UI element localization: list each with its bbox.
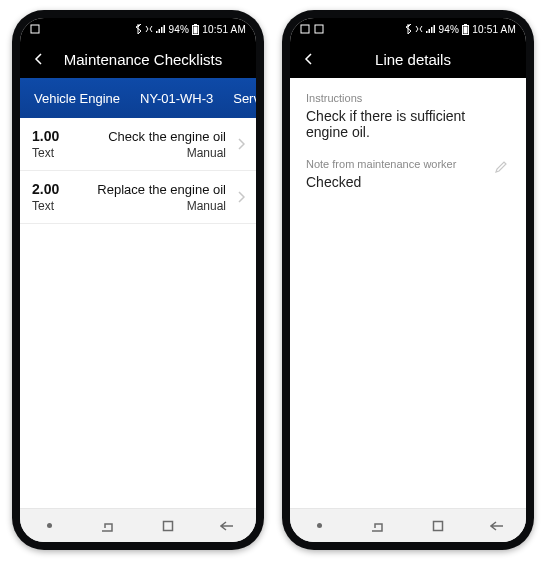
svg-rect-8	[163, 521, 172, 530]
battery-icon	[192, 24, 199, 35]
notification-icon	[314, 24, 324, 34]
svg-rect-0	[31, 25, 39, 33]
note-value: Checked	[306, 174, 486, 190]
bluetooth-icon	[135, 24, 142, 34]
signal-icon	[426, 25, 436, 33]
checklist-list: 1.00 Text Check the engine oil Manual 2.…	[20, 118, 256, 508]
notification-icon	[30, 24, 40, 34]
note-field[interactable]: Note from maintenance worker Checked	[306, 158, 510, 190]
nav-back-button[interactable]	[212, 515, 242, 537]
notification-icon	[300, 24, 310, 34]
instructions-label: Instructions	[306, 92, 510, 104]
nav-menu-dot[interactable]	[305, 515, 335, 537]
tab-service[interactable]: Service	[223, 78, 256, 118]
clock: 10:51 AM	[472, 24, 516, 35]
svg-rect-1	[156, 31, 158, 33]
android-nav-bar	[290, 508, 526, 542]
battery-icon	[462, 24, 469, 35]
svg-rect-11	[426, 31, 428, 33]
app-header: Line details	[290, 40, 526, 78]
instructions-field: Instructions Check if there is sufficien…	[306, 92, 510, 140]
chevron-right-icon	[234, 138, 248, 150]
battery-pct: 94%	[169, 24, 190, 35]
line-details-body: Instructions Check if there is sufficien…	[290, 78, 526, 508]
phone-right: 94% 10:51 AM Line details Instructions C…	[282, 10, 534, 550]
nav-back-button[interactable]	[482, 515, 512, 537]
tab-vehicle-engine[interactable]: Vehicle Engine	[24, 78, 130, 118]
nav-recent-button[interactable]	[94, 515, 124, 537]
status-bar: 94% 10:51 AM	[20, 18, 256, 40]
row-title: Replace the engine oil	[67, 182, 226, 197]
svg-rect-9	[301, 25, 309, 33]
svg-rect-18	[433, 521, 442, 530]
phone-left: 94% 10:51 AM Maintenance Checklists Vehi…	[12, 10, 264, 550]
status-bar: 94% 10:51 AM	[290, 18, 526, 40]
note-label: Note from maintenance worker	[306, 158, 486, 170]
svg-rect-17	[464, 26, 468, 33]
svg-rect-10	[315, 25, 323, 33]
nav-home-button[interactable]	[423, 515, 453, 537]
row-title: Check the engine oil	[67, 129, 226, 144]
page-title: Line details	[308, 51, 518, 68]
signal-icon	[156, 25, 166, 33]
svg-rect-4	[163, 25, 165, 33]
svg-rect-12	[428, 29, 430, 33]
row-number: 1.00	[32, 128, 59, 144]
instructions-value: Check if there is sufficient engine oil.	[306, 108, 510, 140]
nav-menu-dot[interactable]	[35, 515, 65, 537]
svg-rect-3	[161, 27, 163, 33]
bluetooth-icon	[405, 24, 412, 34]
tab-asset-id[interactable]: NY-01-WH-3	[130, 78, 223, 118]
android-nav-bar	[20, 508, 256, 542]
svg-rect-7	[194, 26, 198, 33]
svg-rect-13	[431, 27, 433, 33]
screen-left: 94% 10:51 AM Maintenance Checklists Vehi…	[20, 18, 256, 542]
chevron-right-icon	[234, 191, 248, 203]
row-mode: Manual	[67, 146, 226, 160]
clock: 10:51 AM	[202, 24, 246, 35]
svg-rect-2	[158, 29, 160, 33]
vibrate-icon	[415, 24, 423, 34]
screen-right: 94% 10:51 AM Line details Instructions C…	[290, 18, 526, 542]
row-type: Text	[32, 146, 59, 160]
row-number: 2.00	[32, 181, 59, 197]
battery-pct: 94%	[439, 24, 460, 35]
checklist-row[interactable]: 1.00 Text Check the engine oil Manual	[20, 118, 256, 171]
vibrate-icon	[145, 24, 153, 34]
nav-home-button[interactable]	[153, 515, 183, 537]
app-header: Maintenance Checklists	[20, 40, 256, 78]
context-tabs: Vehicle Engine NY-01-WH-3 Service	[20, 78, 256, 118]
row-mode: Manual	[67, 199, 226, 213]
svg-rect-14	[433, 25, 435, 33]
row-type: Text	[32, 199, 59, 213]
page-title: Maintenance Checklists	[38, 51, 248, 68]
checklist-row[interactable]: 2.00 Text Replace the engine oil Manual	[20, 171, 256, 224]
pencil-icon[interactable]	[494, 160, 510, 178]
nav-recent-button[interactable]	[364, 515, 394, 537]
